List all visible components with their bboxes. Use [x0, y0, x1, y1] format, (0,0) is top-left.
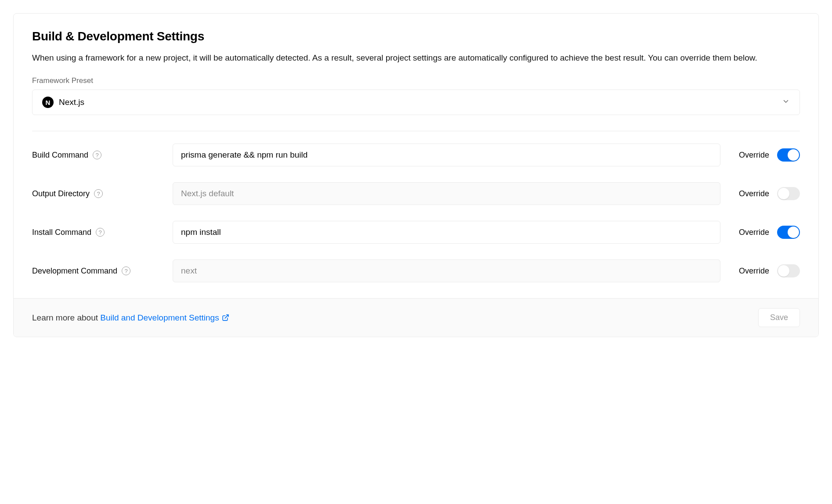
build-settings-card: Build & Development Settings When using … — [13, 13, 819, 337]
install-command-override: Override — [739, 226, 800, 239]
install-command-override-toggle[interactable] — [777, 226, 800, 239]
framework-preset-value: N Next.js — [42, 97, 84, 108]
override-label: Override — [739, 151, 769, 160]
build-command-override-toggle[interactable] — [777, 148, 800, 162]
toggle-knob — [788, 149, 799, 161]
install-command-label-wrap: Install Command ? — [32, 228, 173, 237]
output-directory-override: Override — [739, 187, 800, 200]
development-command-override: Override — [739, 264, 800, 277]
nextjs-icon: N — [42, 97, 54, 108]
toggle-knob — [778, 188, 789, 199]
card-body: Build & Development Settings When using … — [14, 14, 818, 298]
framework-preset-label: Framework Preset — [32, 76, 800, 85]
build-command-input[interactable] — [173, 144, 720, 166]
toggle-knob — [788, 227, 799, 238]
output-directory-row: Output Directory ? Override — [32, 182, 800, 205]
override-label: Override — [739, 228, 769, 237]
card-footer: Learn more about Build and Development S… — [14, 298, 818, 337]
svg-line-0 — [225, 315, 228, 319]
chevron-down-icon — [782, 97, 790, 107]
override-label: Override — [739, 266, 769, 276]
footer-link-text: Build and Development Settings — [100, 313, 219, 323]
install-command-input[interactable] — [173, 221, 720, 244]
output-directory-label: Output Directory — [32, 189, 90, 198]
development-command-label: Development Command — [32, 266, 117, 276]
footer-text-prefix: Learn more about — [32, 313, 100, 322]
build-command-row: Build Command ? Override — [32, 144, 800, 166]
build-settings-docs-link[interactable]: Build and Development Settings — [100, 313, 229, 323]
build-command-label-wrap: Build Command ? — [32, 151, 173, 160]
save-button[interactable]: Save — [758, 308, 800, 327]
development-command-input — [173, 259, 720, 282]
framework-preset-select[interactable]: N Next.js — [32, 90, 800, 115]
install-command-row: Install Command ? Override — [32, 221, 800, 244]
help-icon[interactable]: ? — [96, 228, 105, 237]
development-command-label-wrap: Development Command ? — [32, 266, 173, 276]
divider — [32, 131, 800, 131]
help-icon[interactable]: ? — [122, 266, 130, 275]
framework-name: Next.js — [59, 97, 84, 107]
install-command-label: Install Command — [32, 228, 91, 237]
output-directory-input — [173, 182, 720, 205]
toggle-knob — [778, 265, 789, 277]
card-description: When using a framework for a new project… — [32, 51, 800, 64]
footer-text: Learn more about Build and Development S… — [32, 313, 229, 323]
build-command-label: Build Command — [32, 151, 88, 160]
help-icon[interactable]: ? — [93, 151, 101, 159]
output-directory-label-wrap: Output Directory ? — [32, 189, 173, 198]
output-directory-override-toggle[interactable] — [777, 187, 800, 200]
external-link-icon — [222, 314, 229, 321]
development-command-override-toggle[interactable] — [777, 264, 800, 277]
help-icon[interactable]: ? — [94, 189, 103, 198]
development-command-row: Development Command ? Override — [32, 259, 800, 282]
card-title: Build & Development Settings — [32, 29, 800, 43]
override-label: Override — [739, 189, 769, 198]
build-command-override: Override — [739, 148, 800, 162]
